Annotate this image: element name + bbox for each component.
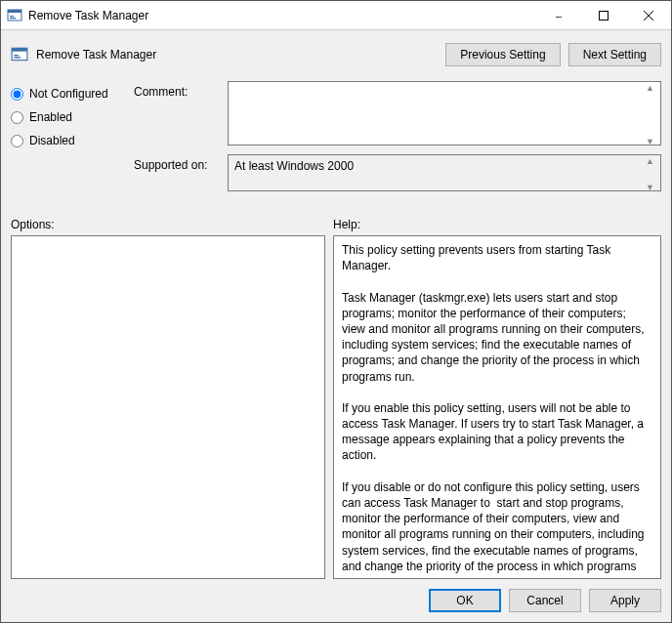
radio-not-configured[interactable]: Not Configured [11, 87, 128, 101]
supported-label: Supported on: [134, 154, 222, 194]
svg-rect-10 [14, 57, 21, 58]
maximize-button[interactable] [581, 1, 626, 30]
options-pane [11, 235, 325, 579]
titlebar: Remove Task Manager – [1, 1, 671, 30]
radio-not-configured-label: Not Configured [29, 87, 108, 101]
radio-disabled-label: Disabled [29, 134, 75, 147]
footer-buttons: OK Cancel Apply [11, 579, 661, 612]
radio-enabled[interactable]: Enabled [11, 110, 128, 124]
options-label: Options: [11, 218, 333, 231]
state-radios: Not Configured Enabled Disabled [11, 81, 128, 206]
apply-button[interactable]: Apply [589, 589, 661, 612]
header-row: Remove Task Manager Previous Setting Nex… [11, 38, 661, 71]
radio-enabled-input[interactable] [11, 111, 23, 124]
svg-rect-3 [10, 18, 16, 19]
svg-rect-9 [14, 55, 19, 56]
policy-icon [11, 46, 28, 63]
close-button[interactable] [626, 1, 671, 30]
radio-not-configured-input[interactable] [11, 88, 23, 101]
cancel-button[interactable]: Cancel [509, 589, 581, 612]
svg-rect-4 [600, 11, 609, 20]
previous-setting-button[interactable]: Previous Setting [445, 43, 560, 66]
minimize-button[interactable]: – [536, 1, 581, 30]
svg-rect-1 [8, 10, 21, 13]
radio-enabled-label: Enabled [29, 110, 72, 124]
help-pane: This policy setting prevents users from … [333, 235, 661, 579]
window-title: Remove Task Manager [28, 9, 536, 22]
app-icon [7, 8, 22, 23]
svg-rect-2 [10, 16, 14, 17]
policy-title: Remove Task Manager [36, 48, 438, 62]
next-setting-button[interactable]: Next Setting [568, 43, 661, 66]
supported-on-value [228, 154, 661, 191]
comment-label: Comment: [134, 81, 222, 148]
content-area: Remove Task Manager Previous Setting Nex… [1, 30, 671, 622]
comment-input[interactable] [228, 81, 661, 145]
radio-disabled[interactable]: Disabled [11, 134, 128, 147]
help-label: Help: [333, 218, 360, 231]
ok-button[interactable]: OK [429, 589, 501, 612]
radio-disabled-input[interactable] [11, 135, 23, 147]
svg-rect-8 [12, 48, 27, 51]
section-labels: Options: Help: [11, 218, 661, 231]
